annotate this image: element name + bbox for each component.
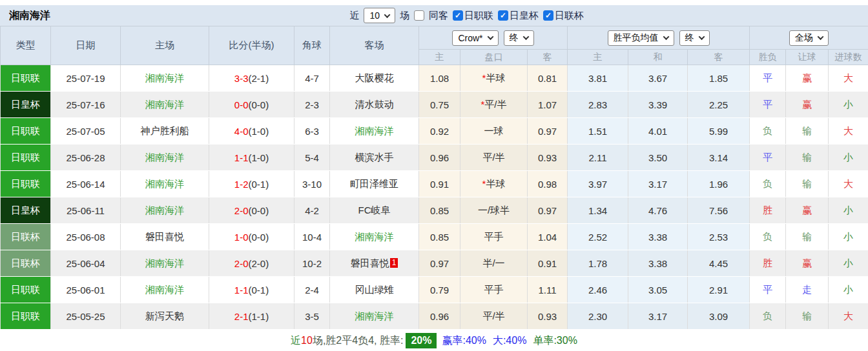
result-cell: 平 <box>750 145 786 171</box>
ah-home-odds-cell: 0.79 <box>419 277 460 303</box>
away-team-name: 湘南海洋 <box>355 125 394 136</box>
league-checkbox-emperors-cup[interactable]: ✓ <box>498 10 508 21</box>
check-icon: ✓ <box>455 12 461 19</box>
win-rate-badge: 20% <box>406 333 437 348</box>
ah-line-cell: 平手 <box>460 224 528 250</box>
eu-home-odds-cell: 1.78 <box>568 250 628 277</box>
date-cell: 25-07-19 <box>51 65 121 92</box>
fulltime-score: 1-2 <box>234 179 249 190</box>
home-team-cell: 湘南海洋 <box>121 171 209 197</box>
away-team-cell: FC岐阜 <box>330 197 419 224</box>
table-row: 日职联 25-06-14 湘南海洋 1-2(0-1) 3-10 町田泽维亚 0.… <box>1 171 868 197</box>
table-row: 日职联 25-06-01 湘南海洋 1-1(0-1) 2-4 冈山绿雉 0.79… <box>1 277 868 303</box>
table-row: 日职联 25-06-28 湘南海洋 1-1(1-0) 5-4 横滨水手 0.96… <box>1 145 868 171</box>
corners-cell: 2-4 <box>294 277 330 303</box>
scope-select[interactable]: 全场 <box>789 30 829 46</box>
home-team-name: 湘南海洋 <box>145 99 184 110</box>
league-cell: 日职联 <box>1 277 51 303</box>
same-venue-checkbox[interactable]: ✓ <box>414 10 424 21</box>
league-cell: 日联杯 <box>1 250 51 277</box>
ah-away-odds-cell: 0.91 <box>528 250 568 277</box>
league-filter-league-cup: ✓ 日联杯 <box>543 10 584 22</box>
summary-bar: 近 10 场,胜2平4负4, 胜率: 20% 赢率: 40% 大: 40% 单率… <box>0 330 868 351</box>
score-cell: 2-0(2-0) <box>209 250 294 277</box>
halftime-score: (2-0) <box>249 258 269 269</box>
subcol-eu-home: 主 <box>568 50 628 65</box>
league-cell: 日皇杯 <box>1 92 51 118</box>
ah-home-odds-cell: 0.75 <box>419 92 460 118</box>
home-team-cell: 湘南海洋 <box>121 65 209 92</box>
eu-home-odds-cell: 1.34 <box>568 197 628 224</box>
home-team-cell: 湘南海洋 <box>121 277 209 303</box>
handicap-result-cell: 输 <box>786 171 829 197</box>
league-cell: 日联杯 <box>1 224 51 250</box>
away-team-cell: 湘南海洋 <box>330 224 419 250</box>
goals-result-cell: 大 <box>829 65 868 92</box>
scope-group-header: 全场 <box>750 26 868 50</box>
ah-line-cell: 平手 <box>460 277 528 303</box>
eu-home-odds-cell: 2.52 <box>568 224 628 250</box>
eu-draw-odds-cell: 3.67 <box>628 65 688 92</box>
corners-cell: 6-3 <box>294 118 330 145</box>
away-team-cell: 町田泽维亚 <box>330 171 419 197</box>
corners-cell: 3-10 <box>294 171 330 197</box>
date-cell: 25-06-11 <box>51 197 121 224</box>
ah-line: 平手 <box>484 231 504 242</box>
league-checkbox-jleague[interactable]: ✓ <box>453 10 463 21</box>
ah-line: 平/半 <box>482 152 504 163</box>
league-cell: 日职联 <box>1 65 51 92</box>
big-rate-label: 大: <box>493 334 506 348</box>
away-team-name: 大阪樱花 <box>355 72 394 83</box>
date-cell: 25-07-16 <box>51 92 121 118</box>
goals-result-cell: 小 <box>829 250 868 277</box>
away-team-name: 湘南海洋 <box>355 310 394 321</box>
subcol-goals: 进球数 <box>829 50 868 65</box>
summary-recent-count: 10 <box>301 335 313 346</box>
league-checkbox-league-cup[interactable]: ✓ <box>543 10 553 21</box>
eu-home-odds-cell: 2.11 <box>568 145 628 171</box>
ah-away-odds-cell: 0.98 <box>528 171 568 197</box>
corners-cell: 4-2 <box>294 197 330 224</box>
recent-count-select[interactable]: 10 <box>364 8 395 23</box>
handicap-result-cell: 输 <box>786 118 829 145</box>
home-team-cell: 湘南海洋 <box>121 92 209 118</box>
match-rows: 日职联 25-07-19 湘南海洋 3-3(2-1) 4-7 大阪樱花 1.08… <box>1 65 868 330</box>
handicap-result-cell: 输 <box>786 224 829 250</box>
home-team-name: 磐田喜悦 <box>145 231 184 242</box>
ah-home-odds-cell: 0.92 <box>419 118 460 145</box>
ah-home-odds-cell: 0.91 <box>419 171 460 197</box>
result-cell: 胜 <box>750 250 786 277</box>
eu-home-odds-cell: 3.97 <box>568 171 628 197</box>
match-history-table: 类型 日期 主场 比分(半场) 角球 客场 Crow* 终 <box>0 26 868 330</box>
ah-home-odds-cell: 0.85 <box>419 224 460 250</box>
league-label: 日联杯 <box>555 10 584 22</box>
big-rate-value: 40% <box>506 335 526 346</box>
away-team-cell: 湘南海洋 <box>330 118 419 145</box>
halftime-score: (1-0) <box>249 152 269 163</box>
date-cell: 25-06-04 <box>51 250 121 277</box>
home-team-cell: 神户胜利船 <box>121 118 209 145</box>
goals-result-cell: 大 <box>829 303 868 330</box>
handicap-result-cell: 走 <box>786 277 829 303</box>
subcol-result: 胜负 <box>750 50 786 65</box>
result-cell: 胜 <box>750 197 786 224</box>
ah-line: 半球 <box>486 178 505 189</box>
handicap-result-cell: 输 <box>786 145 829 171</box>
bookmaker-stage-select[interactable]: 终 <box>504 30 534 46</box>
result-cell: 负 <box>750 118 786 145</box>
single-rate-label: 单率: <box>533 334 556 348</box>
subcol-ah-home: 主 <box>419 50 460 65</box>
home-team-name: 湘南海洋 <box>145 152 184 163</box>
date-cell: 25-05-25 <box>51 303 121 330</box>
ah-line-cell: *半球 <box>460 171 528 197</box>
ah-line: 半/一 <box>482 257 504 268</box>
table-row: 日职联 25-05-25 新泻天鹅 2-1(1-1) 3-5 湘南海洋 0.96… <box>1 303 868 330</box>
bookmaker-select[interactable]: Crow* <box>452 30 498 46</box>
ah-away-odds-cell: 1.04 <box>528 224 568 250</box>
odds-avg-select[interactable]: 胜平负均值 <box>608 30 674 46</box>
score-cell: 1-2(0-1) <box>209 171 294 197</box>
result-cell: 负 <box>750 224 786 250</box>
odds-stage-select[interactable]: 终 <box>679 30 710 46</box>
home-team-cell: 新泻天鹅 <box>121 303 209 330</box>
subcol-handicap-result: 让球 <box>786 50 829 65</box>
